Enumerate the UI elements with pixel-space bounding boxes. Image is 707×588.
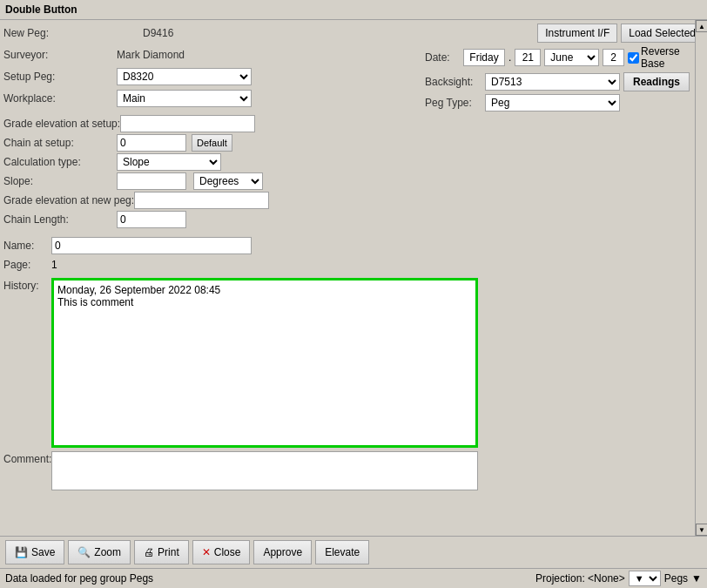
slope-input[interactable] <box>117 172 186 190</box>
history-line2: This is comment <box>57 296 472 308</box>
spacer1 <box>3 229 704 236</box>
projection-text: Projection: <None> <box>535 572 625 585</box>
surveyor-row: Surveyor: Mark Diamond <box>3 45 418 64</box>
right-scrollbar: ▲ ▼ <box>695 20 707 536</box>
slope-unit-select[interactable]: Degrees <box>193 172 263 190</box>
reverse-base-checkbox[interactable] <box>628 52 639 64</box>
grade-elevation-new-peg-row: Grade elevation at new peg: <box>3 191 704 210</box>
close-label: Close <box>214 546 241 558</box>
instrument-if-tab[interactable]: Instrument I/F <box>537 24 617 43</box>
chain-length-input[interactable] <box>117 211 186 228</box>
comment-box[interactable] <box>51 451 478 490</box>
comment-label: Comment: <box>3 451 51 465</box>
save-label: Save <box>31 546 55 558</box>
status-bar: Data loaded for peg group Pegs Projectio… <box>0 568 707 588</box>
title-label: Double Button <box>5 3 77 16</box>
surveyor-value: Mark Diamond <box>117 49 185 61</box>
date-label: Date: <box>425 51 460 64</box>
zoom-label: Zoom <box>94 546 121 558</box>
peg-type-select[interactable]: Peg <box>485 94 620 112</box>
elevate-label: Elevate <box>325 546 360 558</box>
elevate-button[interactable]: Elevate <box>315 540 369 564</box>
grade-elevation-new-peg-input[interactable] <box>134 192 269 209</box>
page-row: Page: 1 <box>3 255 704 274</box>
setup-peg-select[interactable]: D8320 <box>117 68 252 85</box>
history-label: History: <box>3 278 51 292</box>
date-day[interactable] <box>515 49 541 66</box>
chain-at-setup-input[interactable] <box>117 134 186 152</box>
date-month-select[interactable]: June <box>544 49 599 66</box>
peg-type-label: Peg Type: <box>425 97 481 109</box>
projection-select[interactable]: ▼ <box>629 571 661 586</box>
instrument-area: Instrument I/F Load Selected <box>537 24 704 43</box>
close-icon: ✕ <box>202 546 211 558</box>
main-container: Double Button New Peg: D9416 Instrument … <box>0 0 707 588</box>
chain-at-setup-row: Chain at setup: Default <box>3 133 704 152</box>
close-button[interactable]: ✕ Close <box>192 540 251 564</box>
backsight-select[interactable]: D7513 <box>485 73 620 91</box>
left-section: Surveyor: Mark Diamond Setup Peg: D8320 … <box>3 45 418 108</box>
name-row: Name: <box>3 236 704 255</box>
save-icon: 💾 <box>15 546 28 558</box>
comment-row: Comment: <box>3 451 704 490</box>
peg-type-row: Peg Type: Peg <box>425 94 704 112</box>
name-input[interactable] <box>51 237 252 254</box>
default-button[interactable]: Default <box>192 134 232 152</box>
page-value: 1 <box>51 259 57 271</box>
pegs-dropdown-arrow[interactable]: ▼ <box>691 572 702 585</box>
date-day-name[interactable] <box>463 49 505 66</box>
right-section: Date: . June Reverse Base Backsight: <box>425 45 704 112</box>
status-left: Data loaded for peg group Pegs <box>5 572 153 585</box>
reverse-base-area: Reverse Base <box>628 45 704 70</box>
backsight-readings-row: Backsight: D7513 Readings <box>425 72 704 91</box>
setup-peg-row: Setup Peg: D8320 <box>3 67 418 86</box>
approve-label: Approve <box>263 546 302 558</box>
readings-button[interactable]: Readings <box>623 72 690 91</box>
chain-at-setup-label: Chain at setup: <box>3 137 117 149</box>
new-peg-row: New Peg: D9416 Instrument I/F Load Selec… <box>3 24 704 43</box>
bottom-toolbar: 💾 Save 🔍 Zoom 🖨 Print ✕ Close Approve El… <box>0 536 707 568</box>
grade-elevation-setup-row: Grade elevation at setup: <box>3 114 704 133</box>
calculation-type-row: Calculation type: Slope <box>3 152 704 172</box>
calculation-type-label: Calculation type: <box>3 156 117 168</box>
print-icon: 🖨 <box>144 546 154 558</box>
grade-elevation-new-peg-label: Grade elevation at new peg: <box>3 194 134 206</box>
title-bar: Double Button <box>0 0 707 20</box>
chain-length-label: Chain Length: <box>3 213 117 226</box>
history-box[interactable]: Monday, 26 September 2022 08:45 This is … <box>51 278 478 448</box>
calculation-type-select[interactable]: Slope <box>117 153 221 171</box>
status-right: Projection: <None> ▼ Pegs ▼ <box>535 571 702 586</box>
chain-length-row: Chain Length: <box>3 210 704 229</box>
history-row: History: Monday, 26 September 2022 08:45… <box>3 278 704 448</box>
workplace-select[interactable]: Main <box>117 90 252 107</box>
pegs-label: Pegs <box>664 572 688 585</box>
zoom-button[interactable]: 🔍 Zoom <box>68 540 131 564</box>
slope-label: Slope: <box>3 175 117 187</box>
approve-button[interactable]: Approve <box>253 540 312 564</box>
grade-elevation-setup-label: Grade elevation at setup: <box>3 118 120 130</box>
name-label: Name: <box>3 240 51 252</box>
instrument-if-label: Instrument I/F <box>545 27 609 39</box>
save-button[interactable]: 💾 Save <box>5 540 64 564</box>
surveyor-date-row: Surveyor: Mark Diamond Setup Peg: D8320 … <box>3 45 704 112</box>
date-year[interactable] <box>603 49 624 66</box>
load-selected-button[interactable]: Load Selected <box>621 24 704 43</box>
workplace-label: Workplace: <box>3 92 117 105</box>
scroll-up-arrow[interactable]: ▲ <box>696 20 707 32</box>
grade-elevation-setup-input[interactable] <box>120 115 255 132</box>
scroll-down-arrow[interactable]: ▼ <box>696 524 707 536</box>
new-peg-value: D9416 <box>143 27 173 39</box>
surveyor-label: Surveyor: <box>3 49 117 61</box>
print-label: Print <box>158 546 179 558</box>
history-line1: Monday, 26 September 2022 08:45 <box>57 284 472 296</box>
setup-peg-label: Setup Peg: <box>3 71 117 83</box>
print-button[interactable]: 🖨 Print <box>134 540 189 564</box>
date-reverse-row: Date: . June Reverse Base <box>425 45 704 70</box>
workplace-row: Workplace: Main <box>3 89 418 108</box>
date-dot: . <box>508 51 511 64</box>
new-peg-label: New Peg: <box>3 27 143 39</box>
page-label: Page: <box>3 259 51 271</box>
zoom-icon: 🔍 <box>77 546 91 558</box>
backsight-label: Backsight: <box>425 76 481 88</box>
content-area: New Peg: D9416 Instrument I/F Load Selec… <box>0 20 707 536</box>
